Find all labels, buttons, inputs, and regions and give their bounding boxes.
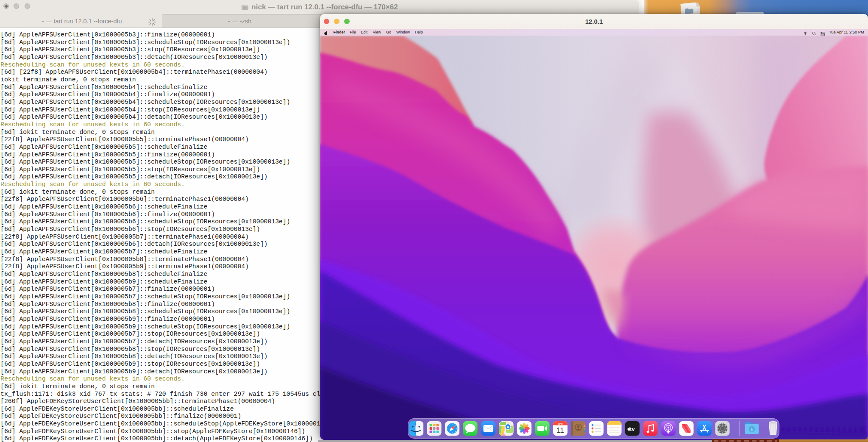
svg-text:APR: APR xyxy=(558,423,563,425)
svg-text:tv: tv xyxy=(630,426,635,432)
svg-text:11: 11 xyxy=(556,426,564,434)
